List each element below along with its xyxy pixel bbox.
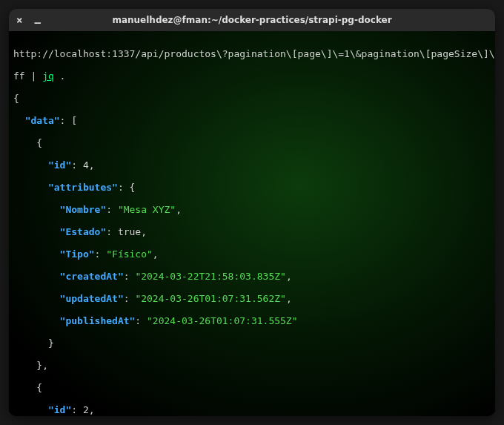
minimize-icon[interactable]: – bbox=[34, 17, 40, 27]
jq-dot: . bbox=[54, 70, 66, 82]
pipe: | bbox=[25, 70, 42, 82]
close-icon[interactable]: × bbox=[16, 15, 22, 25]
command-ff: ff bbox=[13, 70, 25, 82]
estado-key: Estado bbox=[65, 226, 100, 237]
publishedat-key: publishedAt bbox=[65, 315, 129, 326]
updatedat-key: updatedAt bbox=[65, 293, 117, 304]
nombre-key: Nombre bbox=[65, 204, 100, 215]
json-open-brace: { bbox=[13, 93, 19, 104]
terminal-window: × – manuelhdez@fman:~/docker-practices/s… bbox=[9, 9, 495, 416]
titlebar: × – manuelhdez@fman:~/docker-practices/s… bbox=[9, 9, 495, 31]
createdat-key: createdAt bbox=[65, 271, 117, 282]
jq-command: jq bbox=[42, 70, 54, 82]
id-value: 4 bbox=[83, 159, 89, 171]
nombre-value: Mesa XYZ bbox=[124, 204, 170, 215]
id-key: id bbox=[54, 404, 66, 415]
window-title: manuelhdez@fman:~/docker-practices/strap… bbox=[9, 15, 495, 25]
id-value: 2 bbox=[83, 404, 89, 415]
command-line-1: http://localhost:1337/api/productos\?pag… bbox=[13, 48, 495, 59]
terminal-content[interactable]: http://localhost:1337/api/productos\?pag… bbox=[9, 31, 495, 416]
tipo-key: Tipo bbox=[65, 248, 88, 260]
updatedat-value: 2024-03-26T01:07:31.562Z bbox=[141, 293, 280, 304]
estado-value: true bbox=[118, 226, 141, 237]
publishedat-value: 2024-03-26T01:07:31.555Z bbox=[153, 315, 292, 326]
data-key: data bbox=[30, 115, 53, 126]
tipo-value: Físico bbox=[112, 248, 147, 260]
id-key: id bbox=[54, 159, 66, 171]
createdat-value: 2024-03-22T21:58:03.835Z bbox=[141, 271, 280, 282]
attributes-key: attributes bbox=[54, 182, 112, 193]
